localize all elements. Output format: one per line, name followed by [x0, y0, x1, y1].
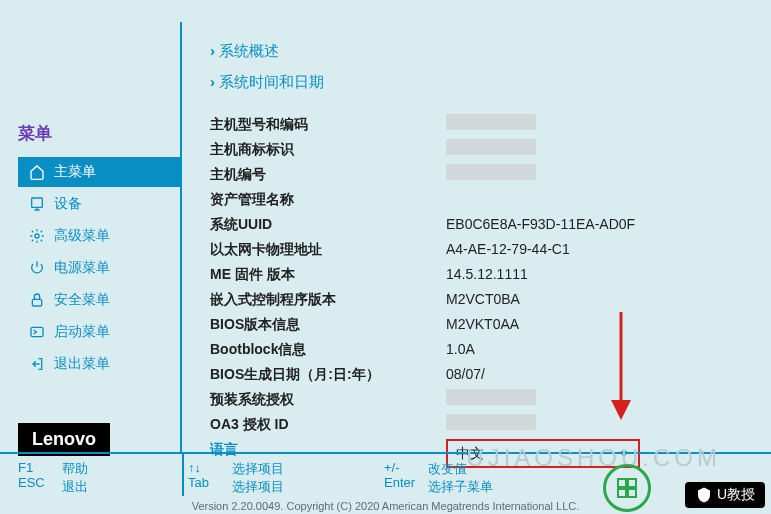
- watermark-brand: U教授: [685, 482, 765, 508]
- device-icon: [28, 195, 46, 213]
- menu-list: 主菜单 设备 高级菜单 电源菜单 安全菜单 启动菜单: [18, 157, 180, 379]
- info-section: 主机型号和编码 主机商标标识 主机编号 资产管理名称 系统UUIDEB0C6E8…: [210, 114, 731, 468]
- sidebar: 菜单 主菜单 设备 高级菜单 电源菜单 安全菜单: [0, 22, 182, 452]
- svg-rect-7: [628, 479, 636, 487]
- row-mac: 以太网卡物理地址A4-AE-12-79-44-C1: [210, 239, 731, 260]
- svg-rect-2: [32, 299, 41, 306]
- menu-title: 菜单: [18, 122, 180, 145]
- row-model: 主机型号和编码: [210, 114, 731, 135]
- row-asset: 资产管理名称: [210, 189, 731, 210]
- menu-label: 主菜单: [54, 163, 96, 181]
- power-icon: [28, 259, 46, 277]
- nav-system-datetime[interactable]: 系统时间和日期: [210, 73, 731, 92]
- svg-rect-0: [32, 198, 43, 207]
- watermark-circle-icon: [603, 464, 651, 512]
- svg-point-1: [35, 234, 39, 238]
- svg-rect-8: [618, 489, 626, 497]
- menu-item-main[interactable]: 主菜单: [18, 157, 180, 187]
- watermark-url: UJIAOSHOU.COM: [466, 444, 721, 472]
- content-panel: 系统概述 系统时间和日期 主机型号和编码 主机商标标识 主机编号 资产管理名称 …: [182, 22, 771, 452]
- footer-select: ↑↓ Tab 选择项目 选择项目: [188, 460, 284, 496]
- menu-item-power[interactable]: 电源菜单: [18, 253, 180, 283]
- footer-help: F1 ESC 帮助 退出: [18, 460, 88, 496]
- row-preinstall: 预装系统授权: [210, 389, 731, 410]
- row-biosdate: BIOS生成日期（月:日:年）08/07/: [210, 364, 731, 385]
- row-serial: 主机编号: [210, 164, 731, 185]
- menu-label: 电源菜单: [54, 259, 110, 277]
- gear-icon: [28, 227, 46, 245]
- svg-marker-5: [611, 400, 631, 420]
- row-uuid: 系统UUIDEB0C6E8A-F93D-11EA-AD0F: [210, 214, 731, 235]
- boot-icon: [28, 323, 46, 341]
- menu-label: 安全菜单: [54, 291, 110, 309]
- menu-item-exit[interactable]: 退出菜单: [18, 349, 180, 379]
- exit-icon: [28, 355, 46, 373]
- row-ec: 嵌入式控制程序版本M2VCT0BA: [210, 289, 731, 310]
- copyright: Version 2.20.0049. Copyright (C) 2020 Am…: [0, 500, 771, 512]
- svg-rect-9: [628, 489, 636, 497]
- menu-item-advanced[interactable]: 高级菜单: [18, 221, 180, 251]
- menu-label: 设备: [54, 195, 82, 213]
- lock-icon: [28, 291, 46, 309]
- annotation-arrow: [601, 312, 641, 422]
- menu-item-boot[interactable]: 启动菜单: [18, 317, 180, 347]
- row-oa3: OA3 授权 ID: [210, 414, 731, 435]
- row-bootblock: Bootblock信息1.0A: [210, 339, 731, 360]
- row-me: ME 固件 版本14.5.12.1111: [210, 264, 731, 285]
- home-icon: [28, 163, 46, 181]
- nav-system-overview[interactable]: 系统概述: [210, 42, 731, 61]
- menu-label: 高级菜单: [54, 227, 110, 245]
- menu-label: 退出菜单: [54, 355, 110, 373]
- menu-item-device[interactable]: 设备: [18, 189, 180, 219]
- row-bios: BIOS版本信息M2VKT0AA: [210, 314, 731, 335]
- menu-item-security[interactable]: 安全菜单: [18, 285, 180, 315]
- menu-label: 启动菜单: [54, 323, 110, 341]
- row-brand: 主机商标标识: [210, 139, 731, 160]
- svg-rect-6: [618, 479, 626, 487]
